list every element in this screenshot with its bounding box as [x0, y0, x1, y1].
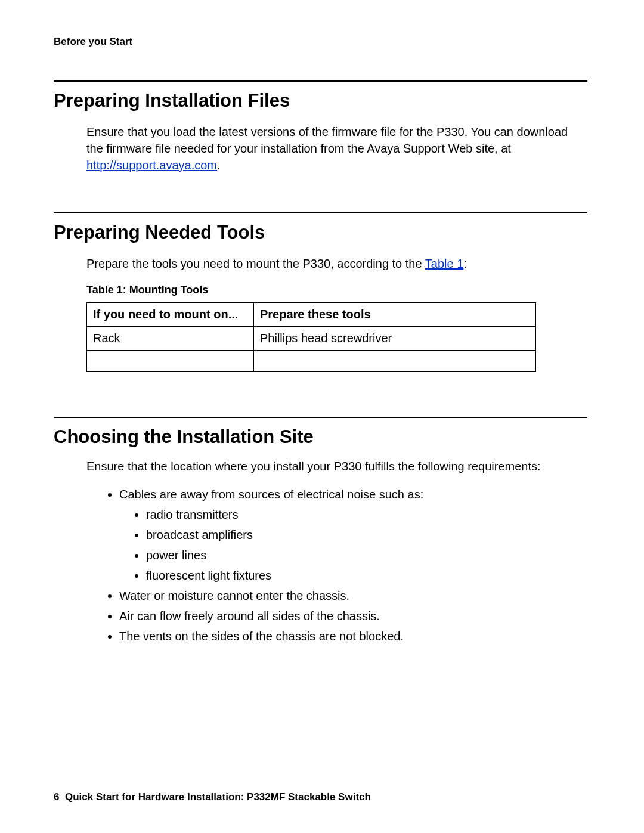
footer-doc-title: Quick Start for Hardware Installation: P…: [65, 791, 371, 803]
support-link[interactable]: http://support.avaya.com: [86, 159, 217, 172]
table-header-cell: If you need to mount on...: [87, 303, 254, 327]
paragraph: Prepare the tools you need to mount the …: [86, 255, 587, 272]
list-item: broadcast amplifiers: [146, 525, 587, 545]
list-item: Water or moisture cannot enter the chass…: [119, 586, 587, 606]
list-item: Cables are away from sources of electric…: [119, 484, 587, 586]
text: :: [463, 257, 467, 270]
page-number: 6: [54, 791, 59, 803]
table-reference-link[interactable]: Table 1: [425, 257, 464, 270]
table-cell: [87, 351, 254, 372]
table-row: Rack Phillips head screwdriver: [87, 327, 536, 351]
noise-sources-list: radio transmitters broadcast amplifiers …: [146, 504, 587, 586]
heading-preparing-needed-tools: Preparing Needed Tools: [54, 222, 587, 243]
text: Cables are away from sources of electric…: [119, 488, 423, 501]
table-cell: Phillips head screwdriver: [254, 327, 536, 351]
table-caption: Table 1: Mounting Tools: [86, 284, 587, 296]
requirements-list: Cables are away from sources of electric…: [119, 484, 587, 646]
mounting-tools-table: If you need to mount on... Prepare these…: [86, 302, 536, 372]
list-item: The vents on the sides of the chassis ar…: [119, 626, 587, 646]
text: Prepare the tools you need to mount the …: [86, 257, 425, 270]
text: .: [217, 159, 221, 172]
list-item: power lines: [146, 545, 587, 565]
paragraph: Ensure that you load the latest versions…: [86, 123, 587, 174]
table-row: [87, 351, 536, 372]
table-cell: Rack: [87, 327, 254, 351]
table-cell: [254, 351, 536, 372]
list-item: Air can flow freely around all sides of …: [119, 606, 587, 626]
page-footer: 6 Quick Start for Hardware Installation:…: [54, 791, 371, 803]
table-header-row: If you need to mount on... Prepare these…: [87, 303, 536, 327]
text: Ensure that you load the latest versions…: [86, 125, 568, 155]
heading-preparing-installation-files: Preparing Installation Files: [54, 90, 587, 112]
running-header: Before you Start: [54, 36, 587, 48]
paragraph: Ensure that the location where you insta…: [86, 460, 587, 473]
section-rule: [54, 212, 587, 213]
list-item: radio transmitters: [146, 504, 587, 525]
table-header-cell: Prepare these tools: [254, 303, 536, 327]
heading-choosing-installation-site: Choosing the Installation Site: [54, 426, 587, 448]
list-item: fluorescent light fixtures: [146, 565, 587, 586]
section-rule: [54, 417, 587, 418]
section-rule: [54, 80, 587, 82]
